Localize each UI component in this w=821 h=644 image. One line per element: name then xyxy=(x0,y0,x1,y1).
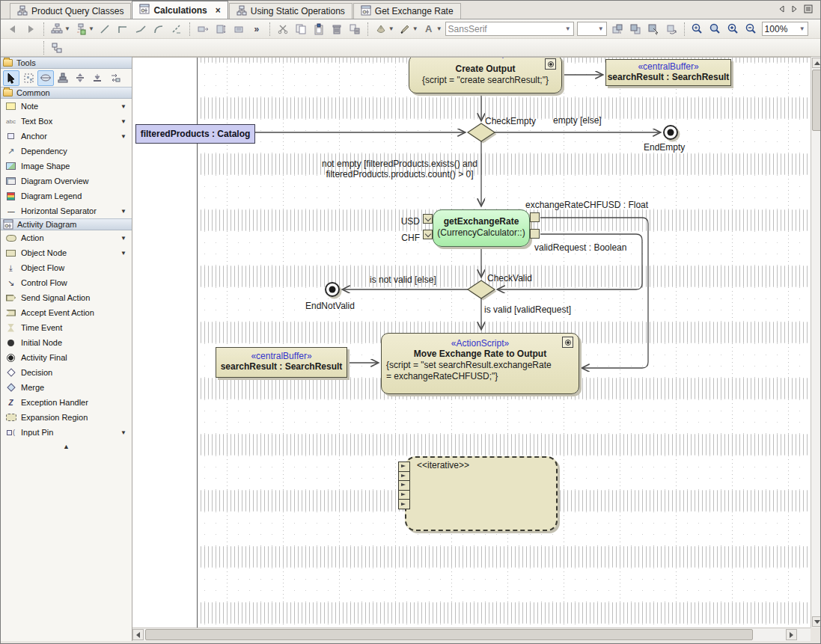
palette-item-text-box[interactable]: abcText Box▼ xyxy=(1,114,132,129)
expansion-region-iterative[interactable]: <<iterative>> xyxy=(405,456,558,531)
line-style-curved-icon[interactable] xyxy=(150,22,167,37)
palette-item-diagram-legend[interactable]: Diagram Legend xyxy=(1,188,132,203)
tab-calculations[interactable]: Calculations × xyxy=(132,1,228,19)
palette-item-decision[interactable]: Decision xyxy=(1,365,132,380)
guard-is-not-valid[interactable]: is not valid [else] xyxy=(370,275,436,285)
palette-item-merge[interactable]: Merge xyxy=(1,380,132,395)
action-get-exchange-rate[interactable]: getExchangeRate (CurrencyCalculator::) xyxy=(433,209,530,247)
cut-icon[interactable] xyxy=(275,22,291,37)
zoom-out-icon[interactable] xyxy=(743,22,760,37)
palette-item-anchor[interactable]: Anchor▼ xyxy=(1,129,132,144)
pin-label-chf[interactable]: CHF xyxy=(397,233,420,243)
zoom-region-icon[interactable] xyxy=(689,22,706,37)
palette-item-image-shape[interactable]: Image Shape xyxy=(1,159,132,174)
palette-item-action[interactable]: Action▼ xyxy=(1,230,132,245)
tab-get-exchange-rate[interactable]: Get Exchange Rate xyxy=(353,3,461,19)
input-pin-usd[interactable] xyxy=(423,214,433,224)
font-family-select[interactable]: SansSerif▼ xyxy=(445,22,574,36)
palette-scroll-up-icon[interactable]: ▲ xyxy=(1,440,132,450)
scroll-tabs-right-icon[interactable] xyxy=(791,5,798,14)
palette-section-common[interactable]: Common xyxy=(1,87,132,99)
chevron-down-icon[interactable]: ▼ xyxy=(388,25,394,32)
pin-label-usd[interactable]: USD xyxy=(397,216,420,227)
font-color-icon[interactable]: A xyxy=(421,22,437,37)
central-buffer-left[interactable]: «centralBuffer» searchResult : SearchRes… xyxy=(216,347,347,378)
scroll-left-icon[interactable] xyxy=(132,629,144,640)
line-style-oblique-icon[interactable] xyxy=(132,22,149,37)
guard-not-empty[interactable]: not empty [filteredProducts.exists() and… xyxy=(320,159,480,180)
palette-section-tools[interactable]: Tools xyxy=(1,57,132,69)
close-tab-icon[interactable]: × xyxy=(216,5,221,16)
chevron-down-icon[interactable]: ▼ xyxy=(120,208,132,215)
tab-list-icon[interactable] xyxy=(804,4,813,15)
palette-item-object-flow[interactable]: ⤓Object Flow xyxy=(1,260,132,275)
resize-height-icon[interactable] xyxy=(213,22,229,37)
chevron-down-icon[interactable]: ▼ xyxy=(120,103,132,110)
decision-label-check-valid[interactable]: CheckValid xyxy=(487,273,532,283)
delete-from-model-icon[interactable] xyxy=(347,22,363,37)
zoom-in-icon[interactable] xyxy=(725,22,742,37)
scroll-right-icon[interactable] xyxy=(786,629,797,640)
line-style-dashed-icon[interactable] xyxy=(168,22,185,37)
toolbar-overflow[interactable]: » xyxy=(248,22,265,37)
add-shape-icon[interactable] xyxy=(73,22,89,37)
font-size-select[interactable]: ▼ xyxy=(577,22,607,36)
palette-section-activity-diagram[interactable]: Activity Diagram xyxy=(1,218,132,230)
pin-label-valid-request-boolean[interactable]: validRequest : Boolean xyxy=(534,242,626,253)
pointer-icon[interactable] xyxy=(3,70,19,86)
swap-shape-icon[interactable] xyxy=(106,70,123,86)
resize-width-icon[interactable] xyxy=(195,22,211,37)
group-select-icon[interactable] xyxy=(20,70,37,86)
scroll-up-icon[interactable] xyxy=(812,58,821,68)
guard-empty-else[interactable]: empty [else] xyxy=(553,115,602,126)
copy-icon[interactable] xyxy=(293,22,309,37)
fill-color-icon[interactable] xyxy=(373,22,389,37)
delete-icon[interactable] xyxy=(329,22,345,37)
scroll-down-icon[interactable] xyxy=(812,616,821,627)
palette-item-accept-event-action[interactable]: Accept Event Action xyxy=(1,305,132,320)
palette-item-activity-final[interactable]: Activity Final xyxy=(1,350,132,365)
end-empty-label[interactable]: EndEmpty xyxy=(644,142,685,153)
output-pin-exchange-rate[interactable] xyxy=(530,212,540,222)
tab-using-static-operations[interactable]: Using Static Operations xyxy=(229,3,352,19)
chevron-down-icon[interactable]: ▼ xyxy=(120,429,132,436)
palette-item-horizontal-separator[interactable]: ----Horizontal Separator▼ xyxy=(1,203,132,218)
sticky-icon[interactable] xyxy=(37,70,54,86)
palette-item-send-signal-action[interactable]: Send Signal Action xyxy=(1,290,132,305)
central-buffer-top[interactable]: «centralBuffer» searchResult : SearchRes… xyxy=(605,59,731,86)
decision-label-check-empty[interactable]: CheckEmpty xyxy=(485,116,536,126)
stamp-icon[interactable] xyxy=(55,70,71,86)
end-not-valid-label[interactable]: EndNotValid xyxy=(305,301,355,311)
containment-tree-icon[interactable] xyxy=(49,40,65,55)
select-shape-icon[interactable] xyxy=(645,22,662,37)
line-style-rectilinear-icon[interactable] xyxy=(115,22,131,37)
chevron-down-icon[interactable]: ▼ xyxy=(120,118,132,125)
expansion-node-icon[interactable] xyxy=(398,461,410,509)
palette-item-diagram-overview[interactable]: Diagram Overview xyxy=(1,174,132,188)
horizontal-scrollbar-thumb[interactable] xyxy=(145,629,753,640)
forward-icon[interactable] xyxy=(22,22,39,37)
guard-is-valid[interactable]: is valid [validRequest] xyxy=(484,304,571,315)
vertical-scrollbar-thumb[interactable] xyxy=(812,70,821,131)
line-style-straight-icon[interactable] xyxy=(97,22,113,37)
palette-item-expansion-region[interactable]: Expansion Region xyxy=(1,410,132,425)
chevron-down-icon[interactable]: ▼ xyxy=(120,250,132,257)
scroll-tabs-left-icon[interactable] xyxy=(778,5,785,14)
object-node-filtered-products[interactable]: filteredProducts : Catalog xyxy=(135,124,255,144)
palette-item-time-event[interactable]: Time Event xyxy=(1,320,132,335)
tab-product-query-classes[interactable]: Product Query Classes xyxy=(10,3,131,19)
diagram-canvas[interactable]: «ActionScript» Create Output {script = "… xyxy=(132,57,811,628)
refresh-shape-icon[interactable] xyxy=(663,22,680,37)
layer-front-icon[interactable] xyxy=(609,22,626,37)
output-pin-valid-request[interactable] xyxy=(530,229,540,239)
pen-color-icon[interactable] xyxy=(397,22,413,37)
palette-item-initial-node[interactable]: Initial Node xyxy=(1,335,132,350)
chevron-down-icon[interactable]: ▼ xyxy=(120,133,132,140)
zoom-level-select[interactable]: 100%▼ xyxy=(762,22,808,36)
vertical-scrollbar[interactable] xyxy=(811,57,821,628)
chevron-down-icon[interactable]: ▼ xyxy=(436,25,442,32)
paste-icon[interactable] xyxy=(311,22,327,37)
chevron-down-icon[interactable]: ▼ xyxy=(64,25,70,32)
layout-tree-icon[interactable] xyxy=(49,22,65,37)
vertical-align-icon[interactable] xyxy=(89,70,106,86)
